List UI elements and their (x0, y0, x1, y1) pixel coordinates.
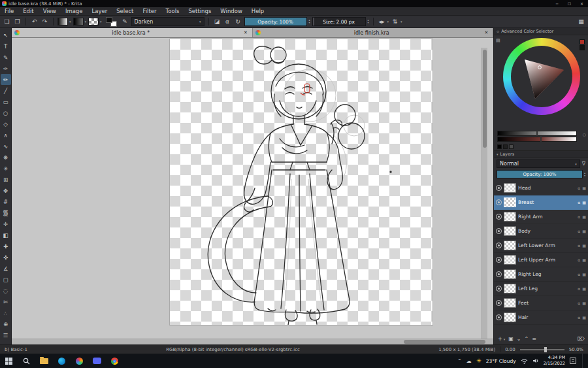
crop-tool[interactable]: # (1, 196, 11, 207)
edit-shapes-tool[interactable]: ✎ (1, 52, 11, 63)
add-layer-button[interactable]: + (498, 336, 502, 342)
alpha-lock-icon[interactable]: ▦ (582, 214, 586, 219)
layer-row[interactable]: Feet α ▦ (494, 296, 588, 310)
layer-thumbnail[interactable] (504, 312, 516, 322)
saturation-shade-strip[interactable] (497, 137, 577, 142)
layer-row[interactable]: Body α ▦ (494, 224, 588, 239)
color-settings-icon[interactable]: ▤ (496, 38, 500, 43)
new-document-icon[interactable]: ❏ (3, 17, 11, 26)
shade-strip-handle[interactable] (540, 137, 542, 142)
contiguous-selection-tool[interactable]: ∴ (1, 307, 11, 318)
close-icon[interactable]: ✕ (576, 0, 588, 7)
visibility-icon[interactable] (496, 185, 502, 191)
polygon-tool[interactable]: ◇ (1, 118, 11, 129)
hue-ring[interactable] (503, 38, 580, 115)
show-desktop-button[interactable] (582, 354, 585, 368)
chevron-down-icon[interactable]: ▾ (69, 20, 71, 24)
brush-editor-icon[interactable]: ✎ (121, 17, 129, 26)
horizontal-scrollbar-thumb[interactable] (404, 340, 485, 344)
horizontal-scrollbar[interactable] (12, 339, 493, 344)
inherit-alpha-icon[interactable]: α (578, 286, 580, 291)
weather-label[interactable]: 23°F Cloudy (486, 358, 516, 364)
move-layer-up-button[interactable]: ⌃ (524, 336, 529, 342)
assistants-tool[interactable]: ✜ (1, 252, 11, 263)
search-button[interactable] (18, 354, 35, 368)
workspace-chooser-icon[interactable]: ▦ (577, 17, 585, 26)
background-color-swatch[interactable] (580, 45, 585, 50)
layer-thumbnail[interactable] (504, 241, 516, 250)
pattern-preset-button[interactable] (88, 18, 99, 25)
bezier-curve-tool[interactable]: ∿ (1, 141, 11, 152)
saturation-value-triangle[interactable] (511, 46, 572, 107)
minimize-icon[interactable]: ─ (551, 0, 563, 7)
fill-tool[interactable]: ◧ (1, 229, 11, 241)
move-layer-down-button[interactable]: ⌄ (517, 336, 521, 342)
history-swatch[interactable] (503, 144, 508, 149)
smart-patch-tool[interactable]: ✚ (1, 241, 11, 252)
last-color-swatch[interactable] (580, 39, 585, 44)
close-icon[interactable]: ✕ (483, 30, 490, 35)
inherit-alpha-icon[interactable]: α (578, 214, 580, 219)
layer-opacity-spinner[interactable]: ▴▾ (584, 172, 585, 177)
gradient-dark-preset-button[interactable] (73, 18, 84, 25)
weather-icon[interactable]: ☀ (476, 358, 482, 364)
alpha-lock-icon[interactable]: ▦ (582, 200, 586, 205)
shade-reset-icon[interactable]: ○ (583, 132, 586, 137)
rectangle-tool[interactable]: ▭ (1, 96, 11, 107)
layer-thumbnail[interactable] (504, 255, 516, 265)
zoom-tool[interactable]: ⊕ (1, 318, 11, 329)
inherit-alpha-icon[interactable]: α (578, 186, 580, 190)
zoom-slider[interactable] (520, 349, 564, 350)
canvas-angle-value[interactable]: 0.00 (505, 347, 515, 352)
layer-thumbnail[interactable] (504, 269, 516, 279)
freehand-brush-tool[interactable]: ✏ (1, 74, 11, 85)
gradient-tool[interactable]: ▒ (1, 207, 11, 218)
visibility-icon[interactable] (496, 286, 502, 292)
inherit-alpha-icon[interactable]: α (578, 301, 580, 305)
gradient-preset-button[interactable] (57, 18, 68, 25)
eraser-mode-icon[interactable]: ◪ (213, 17, 221, 26)
layer-thumbnail[interactable] (504, 298, 516, 308)
inherit-alpha-icon[interactable]: α (578, 258, 580, 262)
vertical-scrollbar-thumb[interactable] (483, 50, 487, 148)
edge-browser-button[interactable] (53, 354, 71, 368)
inherit-alpha-icon[interactable]: α (578, 243, 580, 248)
color-selector-header[interactable]: ⊙ Advanced Color Selector (494, 28, 588, 35)
close-icon[interactable]: ✕ (242, 30, 250, 35)
maximize-icon[interactable]: ☐ (563, 0, 576, 7)
canvas-viewport[interactable] (12, 38, 487, 339)
layer-row[interactable]: Left Leg α ▦ (494, 282, 588, 296)
alpha-lock-icon[interactable]: ▦ (582, 272, 586, 276)
visibility-icon[interactable] (496, 228, 502, 234)
foreground-color[interactable] (106, 17, 112, 23)
menu-item[interactable]: Help (247, 7, 269, 16)
undo-icon[interactable]: ↶ (30, 17, 39, 26)
menu-item[interactable]: Tools (161, 7, 184, 16)
ellipse-tool[interactable]: ○ (1, 107, 11, 118)
vertical-scrollbar[interactable] (482, 48, 487, 339)
chevron-down-icon[interactable]: ▾ (85, 20, 87, 24)
krita-taskbar-button[interactable] (71, 354, 88, 368)
visibility-icon[interactable] (496, 314, 502, 320)
layer-opacity-slider[interactable]: Opacity: 100% (497, 170, 583, 178)
tray-expand-icon[interactable]: ⌃ (457, 358, 462, 364)
brush-size-slider[interactable]: Size: 2.00 px (312, 17, 366, 26)
transform-tool[interactable]: ⊞ (1, 174, 11, 185)
menu-item[interactable]: File (0, 7, 18, 16)
preserve-alpha-icon[interactable]: α (223, 17, 232, 26)
layer-row[interactable]: Hair α ▦ (494, 310, 588, 325)
volume-icon[interactable] (532, 358, 539, 364)
elliptical-selection-tool[interactable]: ◌ (1, 285, 11, 296)
alpha-lock-icon[interactable]: ▦ (582, 186, 586, 190)
layer-thumbnail[interactable] (504, 183, 516, 193)
shade-strip-handle[interactable] (536, 131, 538, 136)
alpha-lock-icon[interactable]: ▦ (582, 258, 586, 262)
visibility-icon[interactable] (496, 300, 502, 306)
start-button[interactable] (0, 354, 18, 368)
menu-item[interactable]: Edit (18, 7, 38, 16)
layer-filter-icon[interactable]: ∇ (582, 161, 585, 167)
polyline-tool[interactable]: ∧ (1, 129, 11, 141)
history-swatch[interactable] (497, 144, 502, 149)
chrome-button[interactable] (106, 354, 123, 368)
onedrive-cloud-icon[interactable]: ☁ (466, 358, 472, 364)
